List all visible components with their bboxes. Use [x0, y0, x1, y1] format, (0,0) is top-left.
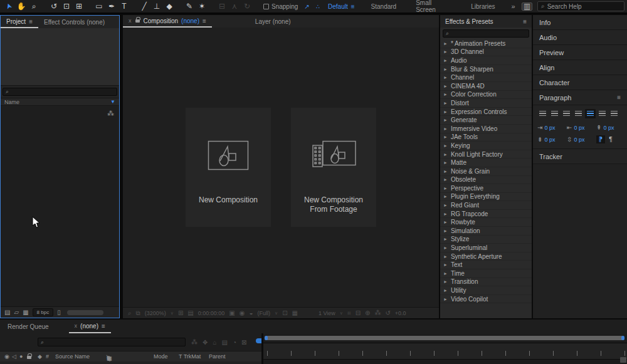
text-direction-ltr-icon[interactable]: ⁋ — [596, 135, 605, 143]
justify-last-center-icon[interactable] — [585, 109, 596, 118]
tab-composition[interactable]: x Composition (none) ≡ — [123, 15, 212, 28]
effects-category-row[interactable]: ► Stylize — [440, 236, 532, 244]
rotation-tool[interactable]: ↺ — [48, 1, 60, 12]
snapshot-icon[interactable]: ▣ — [229, 309, 234, 316]
tab-effect-controls[interactable]: Effect Controls (none) — [38, 16, 110, 28]
clone-stamp-tool[interactable]: ⊥ — [150, 1, 163, 12]
effects-category-row[interactable]: ► Synthetic Aperture — [440, 252, 532, 261]
align-right-icon[interactable] — [561, 109, 572, 118]
panel-menu-icon[interactable]: ≡ — [29, 18, 33, 25]
timeline-search-input[interactable] — [46, 339, 182, 345]
axis-world-icon[interactable]: ⋏ — [228, 1, 241, 12]
label-tag-icon[interactable]: ◆ — [38, 353, 42, 360]
workspace-overflow-icon[interactable]: » — [512, 3, 515, 10]
align-center-icon[interactable] — [549, 109, 560, 118]
layer-number-column[interactable]: # — [46, 353, 49, 360]
effects-category-row[interactable]: ► Generate — [440, 116, 532, 125]
new-composition-button[interactable]: New Composition — [186, 108, 271, 227]
effects-category-row[interactable]: ► Channel — [440, 73, 532, 82]
view-layout-dropdown[interactable]: 1 View — [319, 310, 335, 316]
trash-icon[interactable]: ▯ — [57, 309, 61, 316]
expand-triangle-icon[interactable]: ► — [443, 67, 448, 71]
resolution-dropdown[interactable]: (Full) — [258, 310, 271, 316]
panel-menu-icon[interactable]: ≡ — [102, 323, 105, 330]
expand-triangle-icon[interactable]: ► — [443, 263, 448, 267]
exposure-value[interactable]: +0.0 — [395, 310, 406, 316]
expand-triangle-icon[interactable]: ► — [443, 288, 448, 293]
close-tab-icon[interactable]: x — [129, 18, 132, 24]
justify-last-left-icon[interactable] — [573, 109, 584, 118]
new-folder-icon[interactable]: ▱ — [14, 309, 19, 316]
axis-view-icon[interactable]: ↻ — [241, 1, 253, 12]
new-composition-from-footage-button[interactable]: New Composition From Footage — [291, 108, 376, 227]
expand-triangle-icon[interactable]: ► — [443, 143, 448, 148]
camera-tool[interactable]: ⊡ — [60, 1, 73, 12]
solo-icon[interactable]: ● — [19, 353, 23, 360]
scrollbar-grip[interactable] — [620, 357, 626, 363]
text-direction-rtl-icon[interactable]: ¶ — [606, 135, 615, 143]
effects-category-row[interactable]: ► 3D Channel — [440, 48, 532, 57]
dock-panel-tab-tracker[interactable]: Tracker — [533, 149, 627, 164]
expand-triangle-icon[interactable]: ► — [443, 177, 448, 182]
pixel-aspect-correction-icon[interactable]: ⊟ — [356, 309, 361, 316]
snapping-control[interactable]: Snapping ↗ ∴ — [263, 3, 320, 10]
dock-panel-tab[interactable]: Preview — [533, 45, 627, 60]
pen-tool[interactable]: ✒ — [105, 1, 118, 12]
trkmat-column[interactable]: T TrkMat — [179, 353, 201, 360]
audio-icon[interactable]: ◁ — [12, 353, 16, 360]
magnification-icon[interactable]: ⌕ — [128, 309, 132, 317]
expand-triangle-icon[interactable]: ► — [443, 254, 448, 259]
project-search-input[interactable] — [11, 89, 114, 95]
effects-category-row[interactable]: ► Audio — [440, 56, 532, 65]
dock-panel-tab[interactable]: Audio — [533, 30, 627, 45]
effects-category-row[interactable]: ► Noise & Grain — [440, 167, 532, 176]
effects-category-row[interactable]: ► Text — [440, 261, 532, 269]
expand-triangle-icon[interactable]: ► — [443, 101, 448, 105]
expand-triangle-icon[interactable]: ► — [443, 279, 448, 284]
effects-category-row[interactable]: ► Video Copilot — [440, 295, 532, 304]
eraser-tool[interactable]: ◆ — [163, 1, 176, 12]
tab-layer[interactable]: Layer (none) — [250, 15, 297, 28]
dock-panel-tab[interactable]: Character — [533, 75, 627, 90]
effects-category-row[interactable]: ► Superluminal — [440, 244, 532, 252]
axis-local-icon[interactable]: ⊟ — [216, 1, 228, 12]
effects-search[interactable]: ⌕ — [443, 29, 529, 38]
help-search-input[interactable] — [547, 3, 621, 10]
expand-triangle-icon[interactable]: ► — [443, 229, 448, 233]
effects-category-row[interactable]: ► Utility — [440, 286, 532, 295]
expand-triangle-icon[interactable]: ► — [443, 58, 448, 63]
effects-presets-header[interactable]: Effects & Presets ≡ — [440, 15, 532, 28]
effects-category-row[interactable]: ► Keying — [440, 142, 532, 150]
project-flowchart-icon[interactable]: ⁂ — [107, 110, 114, 118]
align-left-icon[interactable] — [537, 109, 548, 118]
brush-tool[interactable]: ╱ — [138, 1, 150, 12]
expand-triangle-icon[interactable]: ► — [443, 246, 448, 250]
effects-search-input[interactable] — [451, 31, 526, 37]
workspace-tab[interactable]: Libraries — [471, 0, 498, 13]
indent-right-margin[interactable]: ⇤0 px — [567, 124, 596, 131]
comp-mini-flowchart-icon[interactable]: ⁂ — [191, 339, 198, 346]
panel-menu-icon[interactable]: ≡ — [203, 18, 206, 24]
indent-left-margin[interactable]: ⇥0 px — [537, 124, 567, 131]
sort-triangle-icon[interactable]: ▼ — [110, 99, 115, 105]
dock-panel-tab[interactable]: Align — [533, 60, 627, 75]
effects-category-row[interactable]: ► Red Giant — [440, 201, 532, 210]
effects-category-row[interactable]: ► Obsolete — [440, 176, 532, 185]
expand-triangle-icon[interactable]: ► — [443, 75, 448, 80]
video-eye-icon[interactable]: ◉ — [4, 353, 9, 360]
snap-edges-icon[interactable]: ↗ — [304, 3, 309, 10]
effects-category-row[interactable]: ► RG Trapcode — [440, 210, 532, 219]
effects-category-row[interactable]: ► Transition — [440, 278, 532, 287]
expand-triangle-icon[interactable]: ► — [443, 49, 448, 54]
paragraph-panel-header[interactable]: Paragraph ≡ — [533, 90, 627, 105]
panel-menu-icon[interactable]: ≡ — [617, 94, 621, 101]
expand-triangle-icon[interactable]: ► — [443, 220, 448, 224]
view-options-icon[interactable]: ⌗ — [347, 309, 351, 317]
fast-previews-icon[interactable]: ⊕ — [365, 309, 370, 316]
effects-category-row[interactable]: ► Simulation — [440, 227, 532, 236]
justify-all-icon[interactable] — [609, 109, 619, 118]
space-after-paragraph[interactable]: ⇳0 px — [567, 135, 596, 143]
mode-column[interactable]: Mode — [154, 353, 168, 360]
effects-category-row[interactable]: ► Expression Controls — [440, 108, 532, 117]
zoom-level-dropdown[interactable]: (3200%) — [145, 310, 166, 316]
